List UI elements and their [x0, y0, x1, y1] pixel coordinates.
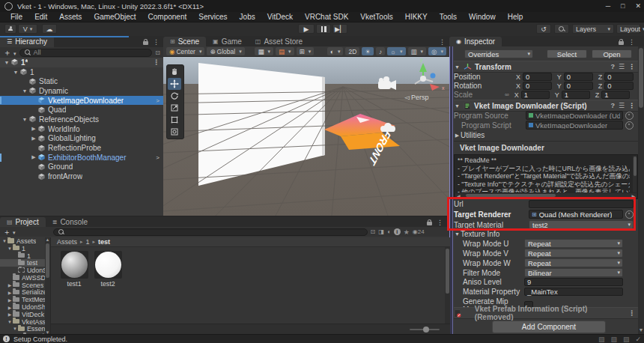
asset-test1[interactable]: test1: [58, 251, 91, 288]
expand-arrow-icon[interactable]: ▶: [7, 312, 13, 317]
lock-icon[interactable]: [619, 41, 624, 45]
add-component-button[interactable]: Add Component: [492, 321, 606, 333]
presets-icon[interactable]: ☰: [619, 63, 625, 70]
expand-arrow-icon[interactable]: ▼: [7, 246, 13, 251]
filter-mode-dropdown[interactable]: Bilinear▾: [524, 268, 623, 277]
hierarchy-row-vketimagedownloader[interactable]: VketImageDownloader > ⋮: [0, 96, 163, 106]
hand-tool-button[interactable]: [168, 66, 181, 78]
wrap-mode-w-dropdown[interactable]: Repeat▾: [524, 258, 623, 267]
muted-activity-icon[interactable]: ▨: [623, 336, 630, 343]
transform-component-header[interactable]: ▼ Transform ?☰⋮: [454, 61, 638, 73]
expand-arrow-icon[interactable]: ▼: [3, 60, 10, 65]
create-button[interactable]: ＋▾: [3, 47, 16, 58]
rotation-z-field[interactable]: 0: [604, 82, 634, 90]
cloud-button[interactable]: ☁: [42, 24, 57, 34]
minimize-button[interactable]: ─: [606, 2, 610, 10]
program-script-field[interactable]: VketImageDownloader: [526, 121, 623, 130]
pause-button[interactable]: [316, 24, 331, 34]
panel-menu-icon[interactable]: ⋮: [439, 38, 446, 46]
foldout-arrow-icon[interactable]: ▼: [454, 103, 461, 109]
tool-handle-rotation-dropdown[interactable]: ⊕Global▾: [207, 47, 244, 55]
hierarchy-row-ground[interactable]: Ground > ⋮: [0, 163, 163, 172]
hierarchy-row-reflectionprobe[interactable]: ReflectionProbe > ⋮: [0, 143, 163, 153]
layout-dropdown[interactable]: Layout▾: [616, 24, 640, 34]
panel-menu-icon[interactable]: ⋮: [437, 219, 443, 226]
muted-notification-icon[interactable]: ▨: [598, 336, 605, 343]
object-picker-icon[interactable]: [625, 121, 634, 130]
project-tree-vitdeck[interactable]: ▶ VitDeck: [0, 311, 45, 318]
favorite-star-icon[interactable]: ★: [404, 228, 410, 236]
wrap-mode-u-dropdown[interactable]: Repeat▾: [524, 239, 623, 248]
menu-item-vitdeck[interactable]: VitDeck: [261, 13, 299, 21]
material-property-field[interactable]: _MainTex: [524, 288, 623, 296]
tab-asset-store[interactable]: ◫Asset Store: [249, 37, 309, 47]
scale-x-field[interactable]: 1: [521, 91, 550, 99]
readme-vscrollbar[interactable]: [633, 156, 637, 192]
help-icon[interactable]: ?: [610, 63, 615, 70]
expand-arrow-icon[interactable]: ▼: [21, 88, 28, 94]
play-button[interactable]: ▶: [298, 24, 315, 34]
wrap-mode-v-dropdown[interactable]: Repeat▾: [524, 249, 623, 258]
account-button[interactable]: [4, 24, 16, 34]
hierarchy-row-quad[interactable]: Quad > ⋮: [0, 105, 163, 115]
status-message[interactable]: Setup Completed.: [13, 336, 67, 343]
expand-arrow-icon[interactable]: ▶: [30, 136, 37, 142]
tab-inspector[interactable]: ◉Inspector: [449, 37, 502, 47]
panel-menu-icon[interactable]: ⋮: [153, 38, 160, 46]
snap-increment-dropdown[interactable]: ▤▾: [276, 47, 294, 55]
layers-dropdown[interactable]: Layers▾: [572, 24, 614, 34]
menu-item-component[interactable]: Component: [142, 13, 193, 21]
progress-ok-icon[interactable]: ✓: [635, 336, 641, 343]
filter-by-label-icon[interactable]: ◖: [387, 228, 391, 235]
expand-arrow-icon[interactable]: ▼: [12, 327, 18, 331]
search-filter-icon[interactable]: ⊡: [155, 49, 160, 56]
tab-project[interactable]: ▤Project: [0, 217, 46, 228]
menu-item-window[interactable]: Window: [463, 13, 502, 21]
menu-item-services[interactable]: Services: [192, 13, 233, 21]
version-control-button[interactable]: V▾: [18, 24, 37, 34]
tab-scene[interactable]: ⊞Scene: [163, 37, 206, 47]
scale-tool-button[interactable]: [168, 102, 181, 114]
rotation-y-field[interactable]: 0: [564, 82, 593, 90]
component-menu-icon[interactable]: ⋮: [628, 309, 635, 317]
project-tree-serialize[interactable]: ▶ Serialize: [0, 289, 45, 297]
scene-lighting-toggle[interactable]: ☀: [362, 47, 374, 55]
menu-item-gameobject[interactable]: GameObject: [88, 13, 142, 21]
menu-item-edit[interactable]: Edit: [28, 13, 53, 21]
object-picker-icon[interactable]: [625, 112, 634, 120]
thumbnail-size-slider[interactable]: [410, 329, 440, 330]
expand-arrow-icon[interactable]: ▶: [30, 154, 37, 160]
panel-menu-icon[interactable]: ⋮: [628, 38, 635, 46]
open-button[interactable]: Open: [592, 49, 632, 58]
expand-arrow-icon[interactable]: ▼: [21, 117, 28, 122]
create-button[interactable]: ＋▾: [3, 227, 16, 237]
help-icon[interactable]: ?: [610, 102, 615, 109]
expand-arrow-icon[interactable]: ▶: [7, 305, 13, 310]
removed-component-header[interactable]: Vket Prefab Information (Script) (Remove…: [454, 307, 638, 319]
expand-arrow-icon[interactable]: ▼: [12, 70, 19, 75]
tab-game[interactable]: ▣Game: [206, 37, 249, 47]
object-picker-icon[interactable]: [625, 210, 634, 219]
transform-tool-button[interactable]: [168, 126, 181, 138]
project-tree-scenes[interactable]: ▶ Scenes: [0, 282, 45, 289]
position-z-field[interactable]: 0: [604, 73, 634, 81]
maximize-button[interactable]: □: [621, 2, 625, 10]
hierarchy-row-referenceobjects[interactable]: ▼ ReferenceObjects > ⋮: [0, 115, 163, 124]
project-content-scrollbar[interactable]: [445, 247, 450, 324]
project-tree-awssdk[interactable]: AWSSDK: [0, 274, 45, 282]
project-tree-assets[interactable]: ▼ Assets: [0, 237, 45, 245]
utilities-foldout[interactable]: ▶Utilities: [454, 131, 634, 139]
hierarchy-row-globallighting[interactable]: ▶ GlobalLighting > ⋮: [0, 134, 163, 144]
search-in-assets-icon[interactable]: ⊡: [371, 228, 376, 235]
search-everything-button[interactable]: [554, 24, 569, 34]
menu-item-jobs[interactable]: Jobs: [234, 13, 261, 21]
hidden-count-badge[interactable]: ◉24: [413, 228, 425, 235]
grid-visibility-dropdown[interactable]: ▦▾: [255, 47, 273, 55]
expand-arrow-icon[interactable]: ▶: [7, 282, 13, 288]
position-y-field[interactable]: 0: [564, 73, 593, 81]
menu-item-assets[interactable]: Assets: [53, 13, 88, 21]
scale-z-field[interactable]: 1: [601, 91, 630, 99]
target-renderer-field[interactable]: ⊞ Quad (Mesh Renderer): [529, 210, 623, 219]
expand-arrow-icon[interactable]: ▶: [7, 290, 13, 295]
rect-tool-button[interactable]: [168, 114, 181, 126]
